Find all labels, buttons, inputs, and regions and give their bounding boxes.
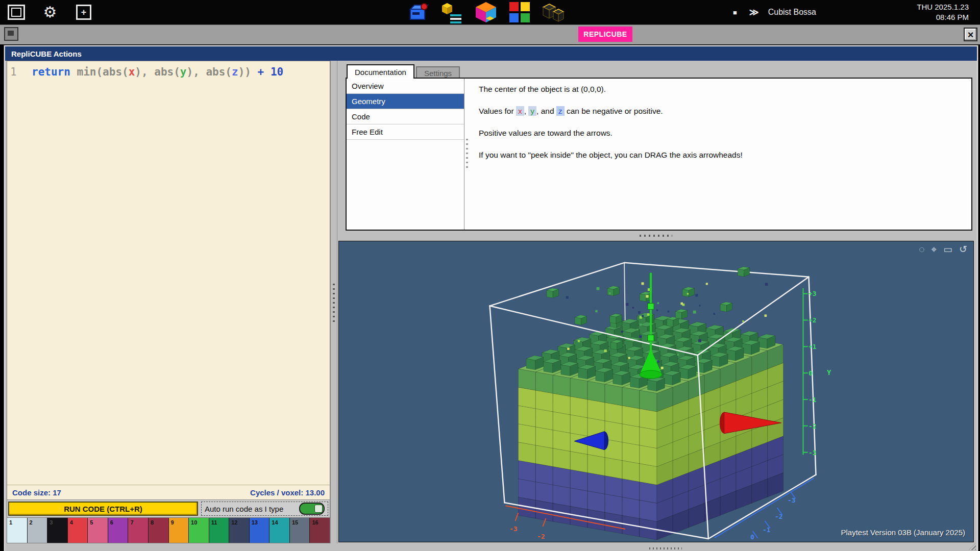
palette-number: 14 bbox=[272, 519, 278, 525]
viewport-3d[interactable]: ◌ ⌖ ▭ ↺ +3 +2 +1 0 -1 -2 -3 Y -3 -2 -3 -… bbox=[338, 241, 974, 542]
x-axis-tick: -3 bbox=[509, 525, 518, 533]
clock-time: 08:46 PM bbox=[917, 12, 969, 22]
settings-menu-button[interactable]: ⚙ bbox=[40, 4, 60, 21]
toggle-knob bbox=[314, 505, 323, 513]
gear-icon: ⚙ bbox=[43, 5, 57, 20]
app-icon-replicube[interactable] bbox=[475, 1, 497, 23]
app-icon-dark-cubes[interactable] bbox=[542, 1, 565, 23]
palette-number: 1 bbox=[9, 519, 12, 525]
doc-content: The center of the object is at (0,0,0). … bbox=[470, 79, 971, 230]
color-palette: 1 2 3 4 5 6 7 8 9 10 11 12 13 14 15 16 bbox=[7, 517, 330, 543]
viewport-tool-reset-icon[interactable]: ↺ bbox=[959, 244, 967, 254]
palette-color-3[interactable]: 3 bbox=[47, 518, 68, 543]
nav-item-geometry[interactable]: Geometry bbox=[347, 94, 464, 109]
doc-text: can be negative or positive. bbox=[565, 107, 663, 115]
code-line[interactable]: 1 return min( abs( x ), abs( y ), abs( z… bbox=[7, 61, 330, 79]
music-player: ■ ≫ Cubist Bossa bbox=[730, 0, 816, 24]
show-desktop-button[interactable] bbox=[4, 27, 18, 41]
nav-item-code[interactable]: Code bbox=[347, 109, 464, 124]
taskbar-app-tab-replicube[interactable]: REPLICUBE bbox=[578, 27, 632, 42]
tab-documentation[interactable]: Documentation bbox=[347, 64, 414, 79]
display-icon bbox=[8, 5, 25, 20]
palette-color-6[interactable]: 6 bbox=[108, 518, 129, 543]
now-playing-label: Cubist Bossa bbox=[768, 8, 816, 17]
version-label: Playtest Version 03B (January 2025) bbox=[841, 528, 965, 537]
doc-paragraph: If you want to "peek inside" the object,… bbox=[479, 149, 962, 160]
palette-color-5[interactable]: 5 bbox=[88, 518, 108, 543]
x-axis-tick: -2 bbox=[537, 533, 545, 540]
palette-color-2[interactable]: 2 bbox=[28, 518, 48, 543]
horizontal-splitter[interactable] bbox=[337, 231, 975, 241]
autorun-label: Auto run code as I type bbox=[205, 505, 283, 513]
dark-cubes-icon bbox=[542, 1, 565, 23]
palette-number: 5 bbox=[90, 519, 93, 525]
palette-color-7[interactable]: 7 bbox=[128, 518, 149, 543]
plus-square-icon: + bbox=[76, 5, 91, 20]
code-token: ), bbox=[187, 65, 206, 79]
window-titlebar[interactable]: RepliCUBE Actions bbox=[5, 46, 977, 61]
app-icon-queue[interactable] bbox=[441, 1, 463, 23]
var-y-chip: y bbox=[528, 106, 536, 116]
autorun-group[interactable]: Auto run code as I type bbox=[201, 502, 328, 516]
doc-nav-splitter[interactable] bbox=[464, 79, 470, 230]
autorun-toggle[interactable] bbox=[299, 503, 325, 515]
clock: THU 2025.1.23 08:46 PM bbox=[917, 2, 969, 22]
palette-color-1[interactable]: 1 bbox=[7, 518, 28, 543]
color-cube-icon bbox=[475, 1, 497, 23]
music-stop-icon[interactable]: ■ bbox=[730, 8, 740, 17]
doc-nav-list: Overview Geometry Code Free Edit bbox=[347, 79, 464, 230]
z-axis-tick: -3 bbox=[788, 496, 796, 504]
code-token: ), bbox=[135, 65, 154, 79]
palette-number: 4 bbox=[70, 519, 73, 525]
new-window-button[interactable]: + bbox=[74, 4, 94, 21]
display-menu-button[interactable] bbox=[6, 4, 27, 21]
palette-number: 8 bbox=[151, 519, 154, 525]
right-panel: Documentation Settings Overview Geometry… bbox=[337, 61, 975, 543]
doc-tabs: Documentation Settings bbox=[347, 64, 460, 79]
palette-number: 11 bbox=[211, 519, 217, 525]
viewport-tool-target-icon[interactable]: ⌖ bbox=[931, 244, 937, 254]
voxel-scene[interactable] bbox=[339, 241, 973, 542]
line-number: 1 bbox=[10, 65, 23, 79]
palette-color-9[interactable]: 9 bbox=[169, 518, 189, 543]
color-grid-icon bbox=[508, 1, 531, 23]
code-token: abs( bbox=[206, 65, 232, 79]
palette-color-11[interactable]: 11 bbox=[209, 518, 230, 543]
nav-item-overview[interactable]: Overview bbox=[347, 79, 464, 94]
code-size-label: Code size: 17 bbox=[12, 488, 61, 497]
app-icon-palette[interactable] bbox=[508, 1, 531, 23]
task-strip bbox=[0, 24, 980, 44]
doc-text: Values for bbox=[479, 107, 516, 115]
tab-settings[interactable]: Settings bbox=[416, 66, 460, 79]
palette-color-4[interactable]: 4 bbox=[68, 518, 88, 543]
viewport-tool-orbit-icon[interactable]: ◌ bbox=[919, 244, 924, 254]
palette-number: 2 bbox=[30, 519, 33, 525]
doc-paragraph: The center of the object is at (0,0,0). bbox=[479, 84, 962, 94]
palette-color-16[interactable]: 16 bbox=[310, 518, 330, 543]
vertical-splitter[interactable] bbox=[330, 61, 337, 543]
code-token: return bbox=[32, 65, 77, 79]
taskbar-system-buttons: ⚙ + bbox=[6, 4, 94, 21]
palette-color-12[interactable]: 12 bbox=[229, 518, 250, 543]
replicube-window: RepliCUBE Actions 1 return min( abs( x )… bbox=[4, 45, 978, 551]
run-code-button[interactable]: RUN CODE (CTRL+R) bbox=[8, 502, 198, 516]
app-icon-replicator[interactable] bbox=[407, 1, 430, 23]
y-axis-tick: +3 bbox=[808, 290, 817, 297]
palette-number: 13 bbox=[252, 519, 258, 525]
palette-color-13[interactable]: 13 bbox=[250, 518, 270, 543]
palette-color-8[interactable]: 8 bbox=[149, 518, 169, 543]
var-z-chip: z bbox=[556, 106, 565, 116]
code-editor[interactable]: 1 return min( abs( x ), abs( y ), abs( z… bbox=[7, 61, 330, 485]
nav-item-free-edit[interactable]: Free Edit bbox=[347, 124, 464, 140]
palette-color-14[interactable]: 14 bbox=[270, 518, 290, 543]
y-axis-tick: 0 bbox=[808, 369, 813, 377]
palette-color-10[interactable]: 10 bbox=[189, 518, 209, 543]
y-axis-tick: +2 bbox=[808, 316, 817, 324]
music-skip-icon[interactable]: ≫ bbox=[746, 6, 762, 18]
clock-date: THU 2025.1.23 bbox=[917, 2, 969, 12]
close-button[interactable]: × bbox=[964, 28, 977, 41]
palette-color-15[interactable]: 15 bbox=[290, 518, 310, 543]
palette-number: 6 bbox=[110, 519, 113, 525]
viewport-tool-frame-icon[interactable]: ▭ bbox=[943, 244, 952, 254]
doc-paragraph: Values for x, y, and z can be negative o… bbox=[479, 106, 962, 116]
